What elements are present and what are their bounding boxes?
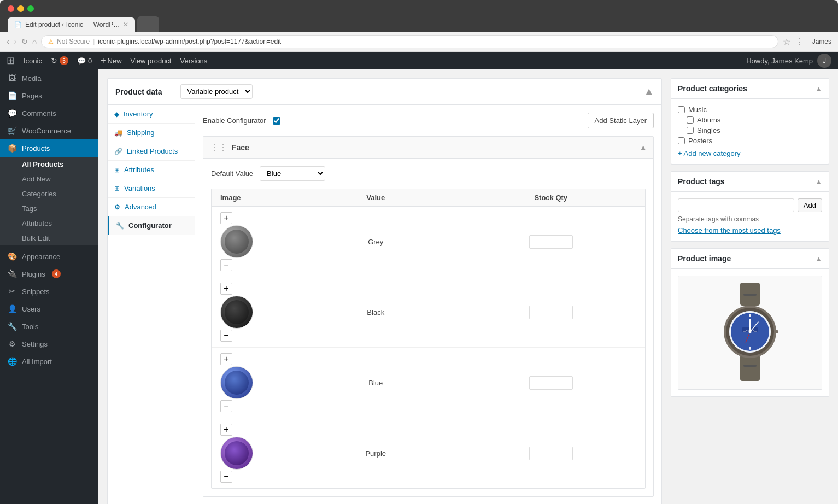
choose-tags-link[interactable]: Choose from the most used tags [678,226,781,235]
stock-qty-black-input[interactable] [529,306,573,319]
category-checkbox-music[interactable] [678,106,685,113]
remove-image-black-button[interactable]: − [220,330,232,342]
stock-qty-blue-input[interactable] [529,376,573,390]
product-panel-collapse-btn[interactable]: ▲ [644,86,654,97]
variant-stock-grey [466,235,637,249]
tags-input[interactable] [678,198,794,212]
sidebar-submenu-all-products[interactable]: All Products [0,157,98,172]
bookmark-icon[interactable]: ☆ [783,37,790,47]
sidebar-submenu-attributes[interactable]: Attributes [0,216,98,231]
tags-panel-collapse-icon[interactable]: ▲ [815,178,822,186]
variant-value-black: Black [290,308,461,317]
face-section-collapse-icon[interactable]: ▲ [640,143,647,151]
category-checkbox-posters[interactable] [678,137,685,144]
sidebar-item-woocommerce[interactable]: 🛒 WooCommerce [0,122,98,139]
sidebar-item-plugins[interactable]: 🔌 Plugins 4 [0,265,98,283]
shipping-icon: 🚚 [114,129,122,137]
tab-close-icon[interactable]: ✕ [123,21,128,28]
wp-logo-icon[interactable]: ⊞ [7,55,15,67]
sidebar-submenu-tags[interactable]: Tags [0,201,98,216]
sidebar-item-all-import[interactable]: 🌐 All Import [0,353,98,370]
plugins-icon: 🔌 [7,269,17,278]
tab-shipping[interactable]: 🚚 Shipping [108,124,195,142]
advanced-icon: ⚙ [114,203,120,211]
sidebar-item-comments[interactable]: 💬 Comments [0,104,98,122]
sidebar-item-tools[interactable]: 🔧 Tools [0,318,98,335]
sidebar-item-products[interactable]: 📦 Products [0,139,98,157]
url-prefix: Not Secure [57,38,90,45]
watch-image-area[interactable]: TIMEX [678,276,822,390]
tags-hint: Separate tags with commas [678,215,822,223]
add-image-black-button[interactable]: + [220,283,232,295]
default-value-row: Default Value Grey Black Blue Purple [211,166,646,181]
address-bar[interactable]: ⚠ Not Secure | iconic-plugins.local/wp-a… [41,35,778,48]
stock-qty-purple-input[interactable] [529,447,573,460]
traffic-lights [8,5,830,12]
sidebar-label-plugins: Plugins [22,270,45,278]
tab-variations[interactable]: ⊞ Variations [108,179,195,198]
product-tags-panel: Product tags ▲ Add Separate tags with co… [671,171,829,242]
product-type-select[interactable]: Variable product [180,84,253,99]
enable-configurator-checkbox[interactable] [273,117,280,125]
sidebar-label-users: Users [22,305,40,313]
browser-chrome: 📄 Edit product ‹ Iconic — WordP… ✕ [0,0,838,32]
product-image-body: TIMEX [671,269,829,396]
add-image-blue-button[interactable]: + [220,353,232,365]
default-value-select[interactable]: Grey Black Blue Purple [260,166,325,181]
versions-link[interactable]: Versions [180,57,207,65]
sidebar-item-users[interactable]: 👤 Users [0,300,98,318]
sidebar-item-settings[interactable]: ⚙ Settings [0,335,98,353]
remove-image-grey-button[interactable]: − [220,259,232,271]
remove-image-purple-button[interactable]: − [220,471,232,483]
enable-configurator-label: Enable Configurator [203,116,266,125]
add-static-layer-button[interactable]: Add Static Layer [588,113,654,128]
sidebar-item-media[interactable]: 🖼 Media [0,69,98,87]
tab-inventory[interactable]: ◆ Inventory [108,105,195,124]
back-button[interactable]: ‹ [7,37,9,46]
tab-linked-products[interactable]: 🔗 Linked Products [108,142,195,161]
browser-toolbar: ‹ › ↻ ⌂ ⚠ Not Secure | iconic-plugins.lo… [0,32,838,52]
face-drag-handle-icon[interactable]: ⋮⋮ [210,142,227,153]
category-item-music: Music [678,106,822,114]
tab-configurator[interactable]: 🔧 Configurator [108,216,195,235]
home-button[interactable]: ⌂ [32,37,37,46]
view-product-link[interactable]: View product [131,57,172,65]
sidebar-submenu-bulk-edit[interactable]: Bulk Edit [0,231,98,245]
tab-advanced[interactable]: ⚙ Advanced [108,198,195,216]
browser-tab-active[interactable]: 📄 Edit product ‹ Iconic — WordP… ✕ [8,17,135,32]
sidebar-label-products: Products [22,144,50,153]
face-section-header[interactable]: ⋮⋮ Face ▲ [203,137,653,159]
menu-icon[interactable]: ⋮ [795,37,804,47]
sidebar-submenu-categories[interactable]: Categories [0,186,98,201]
category-checkbox-albums[interactable] [687,116,694,124]
right-sidebar: Product categories ▲ Music Albums Single… [671,78,829,397]
add-image-purple-button[interactable]: + [220,424,232,436]
categories-panel-collapse-icon[interactable]: ▲ [815,85,822,93]
tags-add-button[interactable]: Add [798,198,822,212]
add-image-grey-button[interactable]: + [220,212,232,224]
traffic-light-green[interactable] [27,5,34,12]
sidebar-label-pages: Pages [22,92,42,100]
traffic-light-yellow[interactable] [17,5,24,12]
traffic-light-red[interactable] [8,5,14,12]
comments-item[interactable]: 💬 0 [77,57,92,65]
remove-image-blue-button[interactable]: − [220,400,232,412]
site-name[interactable]: Iconic [24,57,42,65]
refresh-button[interactable]: ↻ [21,37,28,46]
tab-attributes[interactable]: ⊞ Attributes [108,161,195,179]
stock-qty-grey-input[interactable] [529,235,573,249]
new-item[interactable]: + New [101,56,121,66]
updates-item[interactable]: ↻ 5 [51,56,68,65]
sidebar-submenu-add-new[interactable]: Add New [0,172,98,186]
forward-button[interactable]: › [14,37,16,46]
updates-icon: ↻ [51,56,57,65]
add-new-category-link[interactable]: + Add new category [678,149,822,157]
sidebar-item-snippets[interactable]: ✂ Snippets [0,283,98,300]
product-data-header: Product data — Variable product ▲ [108,79,661,105]
sidebar-item-appearance[interactable]: 🎨 Appearance [0,248,98,265]
sidebar-item-pages[interactable]: 📄 Pages [0,87,98,104]
product-image-collapse-icon[interactable]: ▲ [815,255,822,263]
col-value: Value [290,194,461,202]
variants-table-header: Image Value Stock Qty [212,189,645,207]
category-checkbox-singles[interactable] [687,127,694,134]
